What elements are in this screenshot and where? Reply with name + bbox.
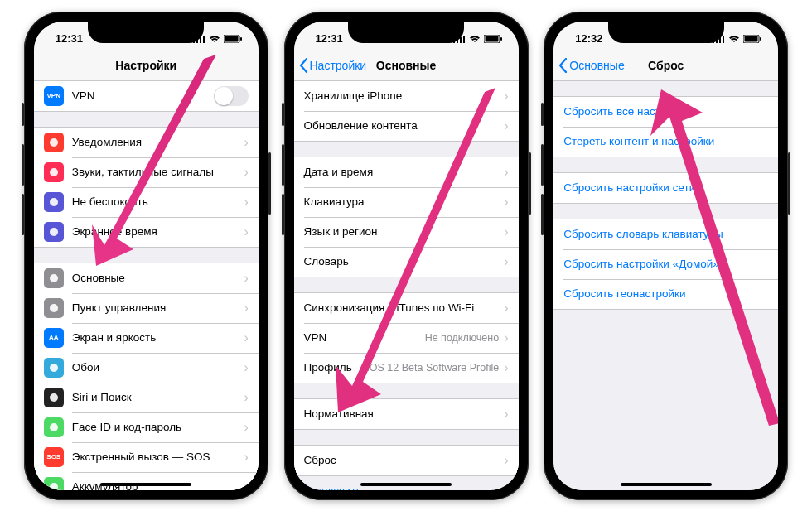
settings-row[interactable]: AA Экран и яркость › — [34, 323, 259, 353]
row-detail: Не подключено — [425, 332, 500, 344]
settings-row[interactable]: Обновление контента › — [294, 111, 519, 141]
settings-row[interactable]: Сброс › — [294, 446, 519, 475]
general-content[interactable]: Хранилище iPhone › Обновление контента ›… — [294, 81, 519, 490]
row-label: Основные — [72, 272, 244, 284]
side-button — [282, 194, 284, 235]
row-label: Нормативная — [304, 407, 505, 420]
side-button — [788, 152, 790, 215]
chevron-right-icon: › — [244, 195, 248, 210]
side-button — [282, 103, 284, 126]
chevron-right-icon: › — [244, 330, 248, 345]
settings-row[interactable]: Основные › — [34, 263, 259, 293]
row-label: Экстренный вызов — SOS — [72, 451, 244, 463]
settings-row[interactable]: Клавиатура › — [294, 187, 519, 217]
settings-row[interactable]: Язык и регион › — [294, 217, 519, 247]
side-button — [541, 194, 544, 235]
row-icon: AA — [44, 328, 64, 348]
chevron-right-icon: › — [244, 420, 248, 435]
home-indicator[interactable] — [621, 483, 712, 486]
row-label: Словарь — [304, 255, 505, 268]
chevron-right-icon: › — [244, 480, 248, 490]
reset-option[interactable]: Сбросить настройки «Домой» — [553, 249, 778, 279]
chevron-right-icon: › — [504, 224, 508, 239]
row-label: Синхронизация с iTunes по Wi-Fi — [304, 301, 505, 314]
wifi-icon — [209, 35, 220, 43]
side-button — [541, 103, 544, 126]
svg-rect-6 — [240, 37, 242, 41]
row-label: Уведомления — [72, 136, 244, 148]
chevron-right-icon: › — [504, 118, 508, 133]
battery-icon — [484, 35, 502, 43]
svg-point-14 — [50, 393, 58, 402]
nav-title: Сброс — [648, 59, 684, 72]
svg-rect-28 — [723, 36, 724, 43]
home-indicator[interactable] — [100, 483, 191, 486]
chevron-right-icon: › — [244, 301, 248, 316]
wifi-icon — [728, 35, 740, 43]
group-storage: Хранилище iPhone › Обновление контента › — [294, 81, 519, 142]
settings-content[interactable]: VPN VPN Уведомления › Звуки, тактильные … — [34, 81, 259, 490]
settings-row[interactable]: Пункт управления › — [34, 293, 259, 323]
settings-row[interactable]: SOS Экстренный вызов — SOS › — [34, 442, 259, 472]
chevron-right-icon: › — [244, 135, 248, 150]
settings-row[interactable]: Дата и время › — [294, 157, 519, 187]
row-icon — [44, 268, 64, 288]
side-button — [22, 194, 24, 235]
chevron-right-icon: › — [504, 254, 508, 269]
side-button — [22, 144, 24, 186]
settings-row[interactable]: Face ID и код-пароль › — [34, 412, 259, 442]
settings-row[interactable]: Профиль iOS 12 Beta Software Profile › — [294, 353, 519, 383]
settings-row[interactable]: Синхронизация с iTunes по Wi-Fi › — [294, 293, 519, 323]
settings-row[interactable]: VPN Не подключено › — [294, 323, 519, 353]
row-label: Хранилище iPhone — [304, 89, 505, 102]
settings-row[interactable]: Нормативная › — [294, 399, 519, 429]
row-icon — [44, 162, 64, 182]
screen-general: 12:31 Настройки Основные Хранилище iPhon… — [294, 22, 519, 490]
settings-row[interactable]: Обои › — [34, 353, 259, 383]
svg-point-9 — [50, 198, 58, 206]
row-label: Обои — [72, 361, 244, 374]
row-label: VPN — [304, 331, 425, 344]
settings-row[interactable]: Экранное время › — [34, 217, 259, 247]
notch — [348, 22, 464, 43]
group-vpn: VPN VPN — [34, 81, 259, 112]
settings-row[interactable]: Не беспокоить › — [34, 187, 259, 217]
reset-option[interactable]: Сбросить словарь клавиатуры — [553, 219, 778, 249]
settings-row[interactable]: Siri и Поиск › — [34, 383, 259, 412]
chevron-right-icon: › — [244, 450, 248, 465]
reset-option[interactable]: Сбросить все настройки — [553, 97, 778, 127]
settings-row[interactable]: Звуки, тактильные сигналы › — [34, 157, 259, 187]
settings-row[interactable]: Аккумулятор › — [34, 472, 259, 490]
svg-rect-5 — [225, 36, 238, 41]
svg-rect-3 — [203, 36, 205, 43]
row-vpn[interactable]: VPN VPN — [34, 81, 259, 111]
back-button[interactable]: Основные — [558, 51, 624, 80]
reset-option[interactable]: Стереть контент и настройки — [553, 127, 778, 157]
reset-option[interactable]: Сбросить геонастройки — [553, 279, 778, 309]
settings-row[interactable]: Уведомления › — [34, 128, 259, 157]
nav-title: Настройки — [115, 59, 176, 72]
reset-option[interactable]: Сбросить настройки сети — [553, 173, 778, 203]
chevron-left-icon — [299, 58, 308, 73]
status-time: 12:31 — [316, 32, 343, 45]
back-button[interactable]: Настройки — [299, 51, 367, 80]
back-label: Основные — [569, 59, 624, 72]
chevron-right-icon: › — [504, 89, 508, 104]
notch — [88, 22, 204, 43]
settings-row[interactable]: Словарь › — [294, 247, 519, 277]
row-icon — [44, 298, 64, 318]
vpn-toggle[interactable] — [214, 86, 249, 106]
back-label: Настройки — [310, 59, 367, 72]
group-reset-all: Сбросить все настройки Стереть контент и… — [553, 96, 778, 157]
side-button — [282, 144, 284, 186]
row-label: Стереть контент и настройки — [563, 135, 768, 147]
notch — [608, 22, 724, 43]
svg-point-15 — [50, 423, 58, 431]
row-icon — [44, 358, 64, 378]
settings-row[interactable]: Хранилище iPhone › — [294, 81, 519, 111]
home-indicator[interactable] — [360, 483, 452, 486]
svg-rect-30 — [745, 36, 758, 41]
wifi-icon — [469, 35, 481, 43]
reset-content[interactable]: Сбросить все настройки Стереть контент и… — [553, 81, 778, 490]
svg-rect-21 — [463, 36, 465, 43]
